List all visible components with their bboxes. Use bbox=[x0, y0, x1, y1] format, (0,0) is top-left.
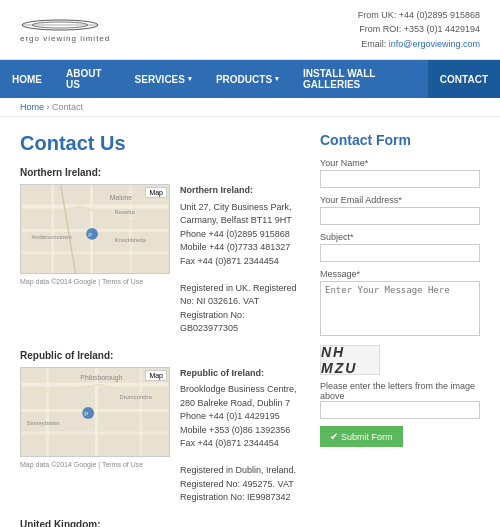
roi-phone: Phone +44 (0)1 4429195 bbox=[180, 410, 300, 424]
logo-text: ergo viewing limited bbox=[20, 34, 110, 43]
form-group-email: Your Email Address* bbox=[320, 195, 480, 225]
svg-text:Stoneybatter: Stoneybatter bbox=[27, 419, 60, 425]
svg-text:Drumcondra: Drumcondra bbox=[119, 394, 152, 400]
svg-rect-4 bbox=[22, 205, 169, 209]
location-block-roi: Republic of Ireland: bbox=[20, 350, 300, 505]
uk-section-heading: United Kingdom: bbox=[20, 519, 300, 527]
ni-text-title: Northern Ireland: bbox=[180, 184, 300, 198]
svg-text:P: P bbox=[84, 411, 88, 417]
submit-label: Submit Form bbox=[341, 432, 393, 442]
roi-map-label-btn[interactable]: Map bbox=[145, 370, 167, 381]
roi-map[interactable]: Phibsborough Drumcondra Stoneybatter P M… bbox=[20, 367, 170, 457]
svg-text:P: P bbox=[88, 232, 92, 238]
roi-map-svg: Phibsborough Drumcondra Stoneybatter P bbox=[21, 368, 169, 456]
email-label: Your Email Address* bbox=[320, 195, 480, 205]
roi-location-row: Phibsborough Drumcondra Stoneybatter P M… bbox=[20, 367, 300, 505]
page-title: Contact Us bbox=[20, 132, 300, 155]
ni-map-svg: Malone Rosetta Andersonstown Knockbreda … bbox=[21, 185, 169, 273]
roi-mobile: Mobile +353 (0)86 1392356 bbox=[180, 424, 300, 438]
captcha-image: NH MZU bbox=[320, 345, 380, 375]
submit-button[interactable]: ✔ Submit Form bbox=[320, 426, 403, 447]
name-input[interactable] bbox=[320, 170, 480, 188]
nav-products-chevron: ▾ bbox=[275, 75, 279, 83]
logo-icon bbox=[20, 16, 100, 34]
svg-rect-21 bbox=[22, 409, 169, 412]
svg-text:Malone: Malone bbox=[110, 194, 133, 201]
ni-mobile: Mobile +44 (0)7733 481327 bbox=[180, 241, 300, 255]
roi-map-caption: Map data ©2014 Google | Terms of Use bbox=[20, 461, 170, 468]
svg-text:Knockbreda: Knockbreda bbox=[115, 237, 147, 243]
form-group-message: Message* bbox=[320, 269, 480, 338]
roi-fax: Fax +44 (0)871 2344454 bbox=[180, 437, 300, 451]
ni-map-toolbar: Map bbox=[145, 187, 167, 198]
form-title: Contact Form bbox=[320, 132, 480, 148]
svg-rect-25 bbox=[139, 368, 142, 456]
captcha-input[interactable] bbox=[320, 401, 480, 419]
top-header: ergo viewing limited From UK: +44 (0)289… bbox=[0, 0, 500, 60]
roi-location-text: Republic of Ireland: Brooklodge Business… bbox=[180, 367, 300, 505]
form-group-subject: Subject* bbox=[320, 232, 480, 262]
roi-reg: Registered in Dublin, Ireland. Registere… bbox=[180, 464, 300, 505]
breadcrumb-current: Contact bbox=[52, 102, 83, 112]
ni-map[interactable]: Malone Rosetta Andersonstown Knockbreda … bbox=[20, 184, 170, 274]
header-contact-info: From UK: +44 (0)2895 915868 From ROI: +3… bbox=[358, 8, 480, 51]
ni-location-text: Northern Ireland: Unit 27, City Business… bbox=[180, 184, 300, 336]
nav-bar: HOME ABOUT US SERVICES ▾ PRODUCTS ▾ INST… bbox=[0, 60, 500, 98]
svg-rect-24 bbox=[95, 368, 98, 456]
right-column: Contact Form Your Name* Your Email Addre… bbox=[320, 132, 480, 527]
breadcrumb-home[interactable]: Home bbox=[20, 102, 44, 112]
main-content: Contact Us Northern Ireland: bbox=[0, 117, 500, 527]
message-label: Message* bbox=[320, 269, 480, 279]
nav-products[interactable]: PRODUCTS ▾ bbox=[204, 60, 291, 98]
captcha-area: NH MZU bbox=[320, 345, 480, 375]
email-input[interactable] bbox=[320, 207, 480, 225]
nav-home[interactable]: HOME bbox=[0, 60, 54, 98]
subject-label: Subject* bbox=[320, 232, 480, 242]
svg-rect-6 bbox=[22, 252, 169, 255]
ni-map-wrapper: Malone Rosetta Andersonstown Knockbreda … bbox=[20, 184, 170, 336]
submit-icon: ✔ bbox=[330, 431, 338, 442]
header-phone-roi: From ROI: +353 (0)1 4429194 bbox=[358, 22, 480, 36]
logo-area: ergo viewing limited bbox=[20, 16, 110, 43]
svg-text:Rosetta: Rosetta bbox=[115, 210, 136, 216]
svg-text:Phibsborough: Phibsborough bbox=[80, 373, 122, 381]
roi-section-heading: Republic of Ireland: bbox=[20, 350, 300, 361]
ni-fax: Fax +44 (0)871 2344454 bbox=[180, 255, 300, 269]
svg-rect-7 bbox=[51, 185, 54, 273]
subject-input[interactable] bbox=[320, 244, 480, 262]
header-email: Email: info@ergoviewing.com bbox=[358, 37, 480, 51]
header-phone-uk: From UK: +44 (0)2895 915868 bbox=[358, 8, 480, 22]
roi-map-toolbar: Map bbox=[145, 370, 167, 381]
nav-contact[interactable]: CONTACT bbox=[428, 60, 500, 98]
svg-rect-22 bbox=[22, 431, 169, 434]
ni-phone: Phone +44 (0)2895 915868 bbox=[180, 228, 300, 242]
nav-services[interactable]: SERVICES ▾ bbox=[123, 60, 204, 98]
svg-text:Andersonstown: Andersonstown bbox=[31, 234, 71, 240]
ni-location-row: Malone Rosetta Andersonstown Knockbreda … bbox=[20, 184, 300, 336]
location-block-ni: Northern Ireland: bbox=[20, 167, 300, 336]
name-label: Your Name* bbox=[320, 158, 480, 168]
ni-map-caption: Map data ©2014 Google | Terms of Use bbox=[20, 278, 170, 285]
captcha-label: Please enter the letters from the image … bbox=[320, 381, 480, 401]
ni-address: Unit 27, City Business Park, Carmany, Be… bbox=[180, 201, 300, 228]
message-input[interactable] bbox=[320, 281, 480, 336]
left-column: Contact Us Northern Ireland: bbox=[20, 132, 300, 527]
roi-text-title: Republic of Ireland: bbox=[180, 367, 300, 381]
location-block-uk: United Kingdom: bbox=[20, 519, 300, 527]
roi-map-wrapper: Phibsborough Drumcondra Stoneybatter P M… bbox=[20, 367, 170, 505]
ni-reg: Registered in UK. Registered No: NI 0326… bbox=[180, 282, 300, 336]
breadcrumb: Home › Contact bbox=[0, 98, 500, 117]
ni-section-heading: Northern Ireland: bbox=[20, 167, 300, 178]
svg-rect-23 bbox=[46, 368, 49, 456]
nav-about[interactable]: ABOUT US bbox=[54, 60, 123, 98]
ni-map-label-btn[interactable]: Map bbox=[145, 187, 167, 198]
nav-services-chevron: ▾ bbox=[188, 75, 192, 83]
roi-address: Brooklodge Business Centre, 280 Balreke … bbox=[180, 383, 300, 410]
nav-galleries[interactable]: INSTALL WALL GALLERIES bbox=[291, 60, 428, 98]
form-group-name: Your Name* bbox=[320, 158, 480, 188]
header-email-link[interactable]: info@ergoviewing.com bbox=[389, 39, 480, 49]
